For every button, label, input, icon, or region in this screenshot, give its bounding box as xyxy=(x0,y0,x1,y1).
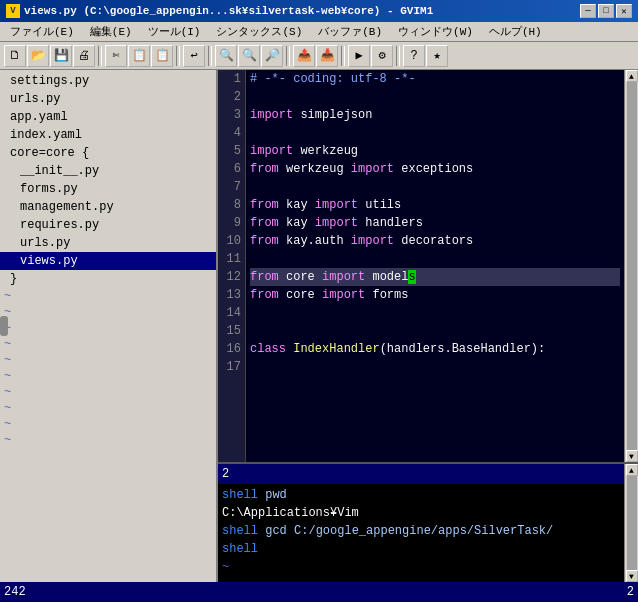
terminal-tilde-2: ~ xyxy=(222,576,634,582)
menu-tools[interactable]: ツール(I) xyxy=(140,22,209,41)
code-line-17 xyxy=(250,358,620,376)
tree-app-yaml[interactable]: app.yaml xyxy=(0,108,216,126)
tilde-lines: ~~~~~~~~~~ xyxy=(0,288,216,448)
window-title: views.py (C:\google_appengin...sk¥silver… xyxy=(24,5,433,17)
toolbar-load-session[interactable]: 📤 xyxy=(293,45,315,67)
menu-help[interactable]: ヘルプ(H) xyxy=(481,22,550,41)
status-line: 242 xyxy=(4,585,26,599)
toolbar-copy[interactable]: 📋 xyxy=(128,45,150,67)
terminal-line-3: shell gcd C:/google_appengine/apps/Silve… xyxy=(222,522,634,540)
toolbar-help[interactable]: ? xyxy=(403,45,425,67)
tree-init-py[interactable]: __init__.py xyxy=(0,162,216,180)
toolbar-replace[interactable]: 🔎 xyxy=(261,45,283,67)
code-line-6: from werkzeug import exceptions xyxy=(250,160,620,178)
title-bar: V views.py (C:\google_appengin...sk¥silv… xyxy=(0,0,638,22)
terminal-content[interactable]: shell pwd C:\Applications¥Vim shell gcd … xyxy=(218,484,638,582)
title-controls: ─ □ ✕ xyxy=(580,4,632,18)
tree-folder-close: } xyxy=(0,270,216,288)
toolbar-print[interactable]: 🖨 xyxy=(73,45,95,67)
terminal-line-1: shell pwd xyxy=(222,486,634,504)
toolbar-sep-1 xyxy=(98,46,102,66)
terminal-line-4: shell xyxy=(222,540,634,558)
terminal-tilde-1: ~ xyxy=(222,558,634,576)
tree-core-folder[interactable]: core=core { xyxy=(0,144,216,162)
terminal-scroll-up[interactable]: ▲ xyxy=(626,464,638,476)
menu-edit[interactable]: 編集(E) xyxy=(82,22,140,41)
code-line-12: from core import models xyxy=(250,268,620,286)
tree-views-py[interactable]: views.py xyxy=(0,252,216,270)
toolbar-find[interactable]: 🔍 xyxy=(215,45,237,67)
code-line-7 xyxy=(250,178,620,196)
maximize-button[interactable]: □ xyxy=(598,4,614,18)
code-line-11 xyxy=(250,250,620,268)
code-line-10: from kay.auth import decorators xyxy=(250,232,620,250)
tree-urls-py[interactable]: urls.py xyxy=(0,90,216,108)
file-tree: settings.py urls.py app.yaml index.yaml … xyxy=(0,70,218,582)
tree-settings-py[interactable]: settings.py xyxy=(0,72,216,90)
tree-urls-py-inner[interactable]: urls.py xyxy=(0,234,216,252)
code-line-4 xyxy=(250,124,620,142)
toolbar-run[interactable]: ▶ xyxy=(348,45,370,67)
menu-bar: ファイル(E) 編集(E) ツール(I) シンタックス(S) バッファ(B) ウ… xyxy=(0,22,638,42)
code-line-3: import simplejson xyxy=(250,106,620,124)
terminal-area: 2 shell pwd C:\Applications¥Vim shell gc… xyxy=(218,462,638,582)
code-line-8: from kay import utils xyxy=(250,196,620,214)
terminal-scroll-down[interactable]: ▼ xyxy=(626,570,638,582)
terminal-scroll-track[interactable] xyxy=(627,476,637,570)
close-button[interactable]: ✕ xyxy=(616,4,632,18)
toolbar: 🗋 📂 💾 🖨 ✄ 📋 📋 ↩ 🔍 🔍 🔎 📤 📥 ▶ ⚙ ? ★ xyxy=(0,42,638,70)
line-numbers: 1234567891011121314151617 xyxy=(218,70,246,462)
code-line-14 xyxy=(250,304,620,322)
toolbar-sep-6 xyxy=(396,46,400,66)
editor-scrollbar[interactable]: ▲ ▼ xyxy=(624,70,638,462)
code-line-16: class IndexHandler(handlers.BaseHandler)… xyxy=(250,340,620,358)
scroll-down-arrow[interactable]: ▼ xyxy=(626,450,638,462)
terminal-header: 2 xyxy=(218,464,638,484)
toolbar-sep-5 xyxy=(341,46,345,66)
code-content[interactable]: # -*- coding: utf-8 -*- import simplejso… xyxy=(246,70,624,462)
status-col: 2 xyxy=(627,585,634,599)
toolbar-paste[interactable]: 📋 xyxy=(151,45,173,67)
minimize-button[interactable]: ─ xyxy=(580,4,596,18)
tree-index-yaml[interactable]: index.yaml xyxy=(0,126,216,144)
left-scroll-indicator xyxy=(0,316,8,336)
cursor: s xyxy=(408,270,415,284)
code-line-2 xyxy=(250,88,620,106)
menu-syntax[interactable]: シンタックス(S) xyxy=(208,22,310,41)
toolbar-sep-2 xyxy=(176,46,180,66)
toolbar-find2[interactable]: 🔍 xyxy=(238,45,260,67)
scroll-up-arrow[interactable]: ▲ xyxy=(626,70,638,82)
toolbar-sep-3 xyxy=(208,46,212,66)
terminal-line-2: C:\Applications¥Vim xyxy=(222,504,634,522)
code-line-13: from core import forms xyxy=(250,286,620,304)
tree-requires-py[interactable]: requires.py xyxy=(0,216,216,234)
toolbar-cut[interactable]: ✄ xyxy=(105,45,127,67)
title-bar-left: V views.py (C:\google_appengin...sk¥silv… xyxy=(6,4,433,18)
main-area: settings.py urls.py app.yaml index.yaml … xyxy=(0,70,638,582)
menu-window[interactable]: ウィンドウ(W) xyxy=(390,22,481,41)
menu-file[interactable]: ファイル(E) xyxy=(2,22,82,41)
code-editor[interactable]: 1234567891011121314151617 # -*- coding: … xyxy=(218,70,638,462)
tree-forms-py[interactable]: forms.py xyxy=(0,180,216,198)
code-line-5: import werkzeug xyxy=(250,142,620,160)
toolbar-open[interactable]: 📂 xyxy=(27,45,49,67)
toolbar-sep-4 xyxy=(286,46,290,66)
toolbar-settings[interactable]: ⚙ xyxy=(371,45,393,67)
comment-1: # -*- coding: utf-8 -*- xyxy=(250,72,416,86)
menu-buffer[interactable]: バッファ(B) xyxy=(310,22,390,41)
scroll-track[interactable] xyxy=(627,82,637,450)
toolbar-about[interactable]: ★ xyxy=(426,45,448,67)
tree-management-py[interactable]: management.py xyxy=(0,198,216,216)
toolbar-new[interactable]: 🗋 xyxy=(4,45,26,67)
code-line-15 xyxy=(250,322,620,340)
code-line-1: # -*- coding: utf-8 -*- xyxy=(250,70,620,88)
status-bar: 242 2 xyxy=(0,582,638,602)
app-icon: V xyxy=(6,4,20,18)
code-line-9: from kay import handlers xyxy=(250,214,620,232)
toolbar-save-session[interactable]: 📥 xyxy=(316,45,338,67)
toolbar-undo[interactable]: ↩ xyxy=(183,45,205,67)
toolbar-save[interactable]: 💾 xyxy=(50,45,72,67)
editor-area: 1234567891011121314151617 # -*- coding: … xyxy=(218,70,638,582)
terminal-scrollbar[interactable]: ▲ ▼ xyxy=(624,464,638,582)
